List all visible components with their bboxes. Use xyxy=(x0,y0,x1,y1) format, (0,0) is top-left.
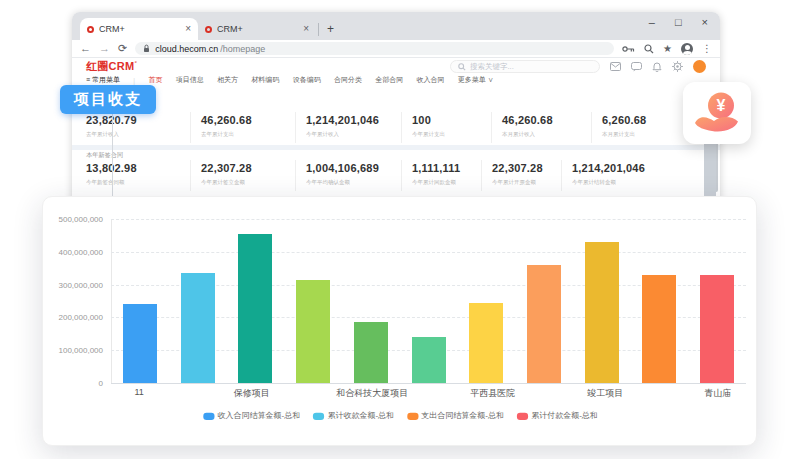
address-bar[interactable]: cloud.hecom.cn/homepage xyxy=(135,42,614,55)
bar-slot xyxy=(226,219,284,383)
bar[interactable] xyxy=(642,275,676,383)
nav-item-2[interactable]: 首页 xyxy=(148,75,162,85)
app-nav: ≡ 常用菜单|首页项目信息相关方材料编码设备编码合同分类全部合同收入合同更多菜单… xyxy=(86,75,758,85)
browser-tab[interactable]: CRM+× xyxy=(80,18,198,40)
bar-slot xyxy=(631,219,689,383)
bookmark-star-icon[interactable]: ★ xyxy=(663,43,672,54)
bar[interactable] xyxy=(123,304,157,383)
user-avatar[interactable] xyxy=(693,60,706,73)
nav-item-10[interactable]: 更多菜单 ∨ xyxy=(458,75,494,85)
stat-value: 46,260.68 xyxy=(502,114,591,126)
stat-value: 23,820.79 xyxy=(86,114,190,126)
message-icon[interactable] xyxy=(631,62,642,72)
back-icon[interactable]: ← xyxy=(80,43,91,54)
bar[interactable] xyxy=(181,273,215,383)
stat-column: 1,214,201,046今年累计结转金额 xyxy=(561,160,706,191)
gridline xyxy=(111,383,746,384)
y-tick-label: 200,000,000 xyxy=(43,313,103,322)
stat-label: 今年累计开票金额 xyxy=(492,178,530,186)
stat-label: 今年累计支出 xyxy=(412,130,455,138)
legend-swatch xyxy=(313,412,324,419)
nav-item-8[interactable]: 全部合同 xyxy=(375,75,403,85)
x-axis-label: 平西县医院 xyxy=(464,387,520,399)
bar[interactable] xyxy=(527,265,561,383)
search-icon xyxy=(458,63,466,71)
url-host: cloud.hecom.cn xyxy=(155,44,218,54)
stats-row-1: 23,820.79去年累计收入46,260.68去年累计支出1,214,201,… xyxy=(86,112,706,143)
stat-value: 100 xyxy=(412,114,491,126)
stat-label: 今年累计结转金额 xyxy=(572,178,646,186)
icon-connector xyxy=(704,140,716,198)
nav-item-9[interactable]: 收入合同 xyxy=(417,75,445,85)
forward-icon[interactable]: → xyxy=(99,43,110,54)
bar[interactable] xyxy=(354,322,388,383)
bar[interactable] xyxy=(238,234,272,383)
browser-menu-icon[interactable]: ⋮ xyxy=(702,43,712,54)
x-axis-label: 和合科技大厦项目 xyxy=(336,387,408,399)
bar[interactable] xyxy=(412,337,446,383)
bar[interactable] xyxy=(296,280,330,383)
bar-slot xyxy=(515,219,573,383)
stat-label: 今年累计回款金额 xyxy=(412,178,450,186)
screenshot-canvas: CRM+×CRM+× + – □ × ← → ⟳ cloud.hecom.cn/… xyxy=(0,0,792,459)
browser-profile-avatar[interactable] xyxy=(681,43,693,55)
legend-item[interactable]: 累计付款金额-总和 xyxy=(517,410,598,421)
close-button[interactable]: × xyxy=(702,16,708,28)
bell-icon[interactable] xyxy=(652,61,662,72)
legend-item[interactable]: 支出合同结算金额-总和 xyxy=(407,410,504,421)
nav-item-3[interactable]: 项目信息 xyxy=(176,75,204,85)
new-tab-button[interactable]: + xyxy=(327,22,334,36)
tab-close-icon[interactable]: × xyxy=(185,24,191,34)
zoom-icon[interactable] xyxy=(644,44,654,54)
x-axis-label: 青山庙 xyxy=(690,387,746,399)
section-divider xyxy=(72,145,720,150)
x-axis-label: 竣工项目 xyxy=(577,387,633,399)
minimize-button[interactable]: – xyxy=(649,16,655,28)
y-tick-label: 400,000,000 xyxy=(43,248,103,257)
legend-swatch xyxy=(407,412,418,419)
legend-item[interactable]: 收入合同结算金额-总和 xyxy=(203,410,300,421)
stat-label: 去年累计收入 xyxy=(86,130,143,138)
legend-item[interactable]: 累计收款金额-总和 xyxy=(313,410,394,421)
stat-column: 13,802.98今年新签合同额 xyxy=(86,160,190,191)
stat-column: 23,820.79去年累计收入 xyxy=(86,112,190,143)
refresh-icon[interactable]: ⟳ xyxy=(118,43,127,54)
app-search-box[interactable]: 搜索关键字... xyxy=(450,60,600,73)
toolbar-icons: ★ ⋮ xyxy=(622,43,712,55)
bar[interactable] xyxy=(585,242,619,383)
stat-label: 今年新签合同额 xyxy=(86,178,143,186)
y-tick-label: 0 xyxy=(43,379,103,388)
nav-item-4[interactable]: 相关方 xyxy=(217,75,238,85)
stat-value: 1,214,201,046 xyxy=(572,162,706,174)
x-axis-labels: 11保修项目和合科技大厦项目平西县医院竣工项目青山庙 xyxy=(111,387,746,399)
stat-value: 13,802.98 xyxy=(86,162,190,174)
stat-label: 今年累计签立金额 xyxy=(201,178,253,186)
nav-item-1[interactable]: ≡ 常用菜单 xyxy=(86,75,120,85)
x-axis-label xyxy=(408,387,464,399)
site-favicon xyxy=(205,26,212,33)
nav-item-5[interactable]: 材料编码 xyxy=(251,75,279,85)
nav-item-7[interactable]: 合同分类 xyxy=(334,75,362,85)
legend-label: 支出合同结算金额-总和 xyxy=(421,410,504,421)
bar[interactable] xyxy=(469,303,503,383)
stat-value: 1,004,106,689 xyxy=(306,162,401,174)
legend-swatch xyxy=(203,412,214,419)
stat-label: 本月累计支出 xyxy=(602,130,659,138)
browser-tab[interactable]: CRM+× xyxy=(198,18,316,40)
key-icon[interactable] xyxy=(622,45,635,53)
maximize-button[interactable]: □ xyxy=(675,16,682,28)
bar[interactable] xyxy=(700,275,734,383)
chart-legend: 收入合同结算金额-总和累计收款金额-总和支出合同结算金额-总和累计付款金额-总和 xyxy=(115,410,687,421)
gear-icon[interactable] xyxy=(672,61,683,72)
section-title: 本年新签合同 xyxy=(86,151,123,160)
stat-value: 1,111,111 xyxy=(412,162,481,174)
stat-value: 22,307.28 xyxy=(492,162,561,174)
tab-title: CRM+ xyxy=(217,24,298,34)
nav-item-6[interactable]: 设备编码 xyxy=(293,75,321,85)
mail-icon[interactable] xyxy=(610,62,621,71)
legend-swatch xyxy=(517,412,528,419)
bar-slot xyxy=(688,219,746,383)
tab-close-icon[interactable]: × xyxy=(303,24,309,34)
url-path: /homepage xyxy=(220,44,265,54)
stat-column: 1,111,111今年累计回款金额 xyxy=(401,160,481,191)
